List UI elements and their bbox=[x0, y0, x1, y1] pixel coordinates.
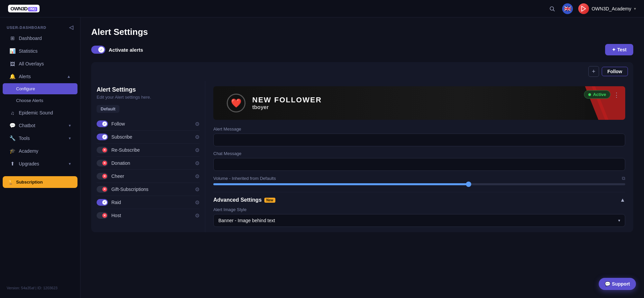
host-toggle[interactable]: ✕ bbox=[97, 212, 108, 219]
alert-row-raid: ✓ Raid ⚙ bbox=[97, 196, 200, 209]
volume-slider-thumb[interactable] bbox=[466, 182, 471, 187]
subscription-button[interactable]: 🏆 Subscription bbox=[3, 176, 77, 188]
alert-image-style-select[interactable]: Banner - Image behind text ▾ bbox=[213, 214, 625, 227]
volume-row: Volume - Inherited from Defaults ⧉ bbox=[213, 176, 625, 181]
activate-alerts-toggle[interactable]: ✓ bbox=[91, 46, 105, 54]
cheer-gear-icon[interactable]: ⚙ bbox=[195, 173, 200, 180]
gift-subscriptions-label: Gift-Subscriptions bbox=[111, 187, 148, 192]
preview-heart-icon: ❤️ bbox=[227, 94, 246, 112]
sidebar-item-upgrades[interactable]: ⬆ Upgrades ▾ bbox=[3, 158, 77, 170]
donation-label: Donation bbox=[111, 160, 130, 166]
alerts-chevron-icon: ▲ bbox=[67, 74, 71, 79]
sidebar-item-statistics[interactable]: 📊 Statistics bbox=[3, 45, 77, 57]
cheer-toggle[interactable]: ✕ bbox=[97, 173, 108, 180]
preview-more-button[interactable]: ⋮ bbox=[612, 90, 621, 100]
sidebar-item-choose-alerts[interactable]: Choose Alerts bbox=[3, 95, 77, 106]
alert-list-col: Alert Settings Edit your Alert settings … bbox=[91, 81, 205, 232]
sidebar-item-configure[interactable]: Configure bbox=[3, 83, 77, 94]
host-gear-icon[interactable]: ⚙ bbox=[195, 212, 200, 219]
alert-row-host: ✕ Host ⚙ bbox=[97, 209, 200, 222]
sidebar-item-tools[interactable]: 🔧 Tools ▾ bbox=[3, 132, 77, 144]
alert-row-donation: ✕ Donation ⚙ bbox=[97, 157, 200, 170]
alert-settings-col: ❤️ NEW FOLLOWER tboyer Active ⋮ bbox=[205, 81, 633, 232]
sidebar-item-chatbot[interactable]: 💬 Chatbot ▾ bbox=[3, 119, 77, 132]
username: OWN3D_Academy bbox=[592, 6, 631, 11]
user-menu[interactable]: OWN3D_Academy ▾ bbox=[578, 3, 636, 14]
chat-message-label: Chat Message bbox=[213, 151, 625, 156]
panel-inner: Alert Settings Edit your Alert settings … bbox=[91, 81, 633, 232]
chatbot-chevron-icon: ▾ bbox=[69, 123, 71, 128]
select-chevron-icon: ▾ bbox=[618, 218, 620, 223]
active-badge: Active bbox=[584, 90, 610, 99]
alert-list-title: Alert Settings bbox=[97, 86, 200, 93]
panel-top-bar: + Follow bbox=[91, 62, 633, 81]
chatbot-icon: 💬 bbox=[9, 122, 15, 129]
gift-subscriptions-gear-icon[interactable]: ⚙ bbox=[195, 186, 200, 193]
chevron-down-icon: ▾ bbox=[634, 6, 636, 11]
copy-icon[interactable]: ⧉ bbox=[622, 176, 625, 181]
alert-message-label: Alert Message bbox=[213, 127, 625, 132]
donation-gear-icon[interactable]: ⚙ bbox=[195, 160, 200, 166]
collapse-sidebar-icon[interactable]: ◁ bbox=[69, 24, 73, 31]
subscribe-toggle[interactable]: ✓ bbox=[97, 134, 108, 140]
advanced-title: Advanced Settings New bbox=[213, 197, 275, 203]
upgrades-icon: ⬆ bbox=[9, 161, 15, 167]
cheer-label: Cheer bbox=[111, 173, 124, 179]
sidebar-item-dashboard[interactable]: ⊞ Dashboard bbox=[3, 32, 77, 44]
follow-toggle[interactable]: ✓ bbox=[97, 120, 108, 127]
volume-label: Volume - Inherited from Defaults bbox=[213, 176, 276, 181]
logo-text: OWN3DPRO bbox=[8, 5, 40, 12]
raid-label: Raid bbox=[111, 200, 121, 205]
sidebar: USER-DASHBOARD ◁ ⊞ Dashboard 📊 Statistic… bbox=[0, 17, 80, 298]
language-flag[interactable]: 🇬🇧 bbox=[562, 3, 573, 14]
activate-left: ✓ Activate alerts bbox=[91, 46, 143, 54]
alert-message-input[interactable] bbox=[213, 134, 625, 146]
upgrades-chevron-icon: ▾ bbox=[69, 161, 71, 166]
subscribe-label: Subscribe bbox=[111, 134, 132, 140]
sidebar-section-title: USER-DASHBOARD ◁ bbox=[0, 21, 80, 32]
raid-gear-icon[interactable]: ⚙ bbox=[195, 199, 200, 206]
re-subscribe-gear-icon[interactable]: ⚙ bbox=[195, 147, 200, 153]
content-area: Alert Settings ✓ Activate alerts ✦ Test … bbox=[80, 17, 644, 298]
test-button[interactable]: ✦ Test bbox=[605, 44, 633, 55]
sidebar-item-all-overlays[interactable]: 🖼 All Overlays bbox=[3, 58, 77, 70]
alert-settings-panel: + Follow Alert Settings Edit your Alert … bbox=[91, 62, 633, 232]
topnav: OWN3DPRO 🇬🇧 OWN3D_Academy ▾ bbox=[0, 0, 644, 17]
follow-label: Follow bbox=[111, 121, 125, 127]
overlays-icon: 🖼 bbox=[9, 61, 15, 67]
advanced-settings-header[interactable]: Advanced Settings New ▲ bbox=[213, 192, 625, 203]
support-button[interactable]: 💬 Support bbox=[599, 278, 636, 290]
sidebar-item-epidemic-sound[interactable]: ♫ Epidemic Sound bbox=[3, 107, 77, 119]
preview-username: tboyer bbox=[252, 104, 322, 110]
alert-row-cheer: ✕ Cheer ⚙ bbox=[97, 170, 200, 183]
default-tab[interactable]: Default bbox=[97, 105, 119, 113]
re-subscribe-toggle[interactable]: ✕ bbox=[97, 147, 108, 153]
alert-row-re-subscribe: ✕ Re-Subscribe ⚙ bbox=[97, 144, 200, 157]
follow-gear-icon[interactable]: ⚙ bbox=[195, 121, 200, 127]
volume-slider-track[interactable] bbox=[213, 183, 625, 185]
toggle-knob: ✓ bbox=[98, 47, 104, 53]
gift-subscriptions-toggle[interactable]: ✕ bbox=[97, 186, 108, 193]
host-label: Host bbox=[111, 213, 121, 218]
activate-bar: ✓ Activate alerts ✦ Test bbox=[91, 44, 633, 55]
svg-point-0 bbox=[550, 7, 554, 10]
sidebar-version: Version: 54a35af | ID: 1203623 bbox=[0, 282, 80, 294]
follow-tab-button[interactable]: Follow bbox=[602, 67, 628, 76]
add-alert-button[interactable]: + bbox=[588, 66, 599, 77]
volume-slider-fill bbox=[213, 183, 469, 185]
sidebar-item-academy[interactable]: 🎓 Academy bbox=[3, 145, 77, 157]
avatar bbox=[578, 3, 589, 14]
academy-icon: 🎓 bbox=[9, 148, 15, 154]
chat-message-input[interactable] bbox=[213, 158, 625, 171]
tools-icon: 🔧 bbox=[9, 135, 15, 141]
subscribe-gear-icon[interactable]: ⚙ bbox=[195, 134, 200, 140]
topnav-right: 🇬🇧 OWN3D_Academy ▾ bbox=[547, 3, 636, 14]
search-icon[interactable] bbox=[547, 4, 557, 13]
raid-toggle[interactable]: ✓ bbox=[97, 199, 108, 206]
re-subscribe-label: Re-Subscribe bbox=[111, 147, 140, 153]
donation-toggle[interactable]: ✕ bbox=[97, 160, 108, 166]
statistics-icon: 📊 bbox=[9, 48, 15, 54]
new-badge: New bbox=[264, 198, 275, 203]
sidebar-item-alerts[interactable]: 🔔 Alerts ▲ bbox=[3, 70, 77, 83]
logo: OWN3DPRO bbox=[8, 5, 40, 12]
